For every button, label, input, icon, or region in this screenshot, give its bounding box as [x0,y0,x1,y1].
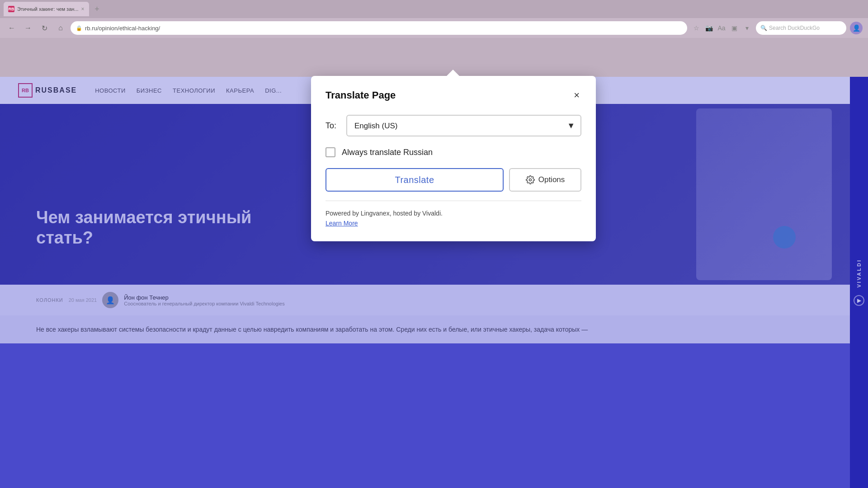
powered-by-section: Powered by Lingvanex, hosted by Vivaldi.… [326,208,581,229]
options-button[interactable]: Options [509,168,581,192]
powered-by-text: Powered by Lingvanex, hosted by Vivaldi. [326,210,443,217]
translate-button[interactable]: Translate [326,168,504,192]
search-placeholder: Search DuckDuckGo [769,25,820,31]
search-bar[interactable]: 🔍 Search DuckDuckGo [756,21,846,35]
translate-dialog: Translate Page × To: English (US) Englis… [311,76,596,241]
language-select-wrapper: English (US) English (UK) Spanish French… [346,115,581,136]
active-tab[interactable]: RB Этичный хакинг: чем зан... × [4,2,89,16]
always-translate-row: Always translate Russian [326,147,581,157]
dropdown-icon[interactable]: ▾ [741,23,752,33]
dialog-title: Translate Page [326,89,396,101]
to-label: To: [326,121,339,131]
home-button[interactable]: ⌂ [54,22,67,34]
camera-icon[interactable]: 📷 [703,23,714,33]
address-bar[interactable]: 🔒 rb.ru/opinion/ethical-hacking/ [71,21,687,35]
dialog-close-button[interactable]: × [572,89,581,102]
dialog-header: Translate Page × [326,89,581,102]
nav-bar: ← → ↻ ⌂ 🔒 rb.ru/opinion/ethical-hacking/… [0,18,868,38]
options-label: Options [538,175,565,184]
svg-point-0 [529,179,531,181]
language-row: To: English (US) English (UK) Spanish Fr… [326,115,581,136]
tab-bar: RB Этичный хакинг: чем зан... × + [0,0,868,18]
tab-label: Этичный хакинг: чем зан... [17,6,79,12]
tab-favicon: RB [8,6,14,12]
bookmark-icon[interactable]: ☆ [691,23,702,33]
url-text: rb.ru/opinion/ethical-hacking/ [85,25,160,32]
dialog-arrow [447,70,459,76]
new-tab-button[interactable]: + [91,3,104,15]
tab-close-icon[interactable]: × [81,6,85,12]
always-translate-checkbox[interactable] [326,147,335,157]
profile-avatar[interactable]: 👤 [850,22,863,34]
action-buttons-row: Translate Options [326,168,581,192]
learn-more-link[interactable]: Learn More [326,220,358,227]
forward-button[interactable]: → [22,22,34,34]
divider [326,201,581,201]
browser-chrome: RB Этичный хакинг: чем зан... × + ← → ↻ … [0,0,868,77]
nav-icons: ☆ 📷 Aa ▣ ▾ [691,23,752,33]
panel-icon[interactable]: ▣ [729,23,740,33]
back-button[interactable]: ← [5,22,18,34]
gear-icon [526,175,535,184]
translate-icon[interactable]: Aa [716,23,727,33]
reload-button[interactable]: ↻ [38,22,51,34]
lock-icon: 🔒 [76,25,82,31]
search-icon: 🔍 [760,25,767,31]
always-translate-label: Always translate Russian [342,148,433,157]
language-select[interactable]: English (US) English (UK) Spanish French… [346,115,581,136]
